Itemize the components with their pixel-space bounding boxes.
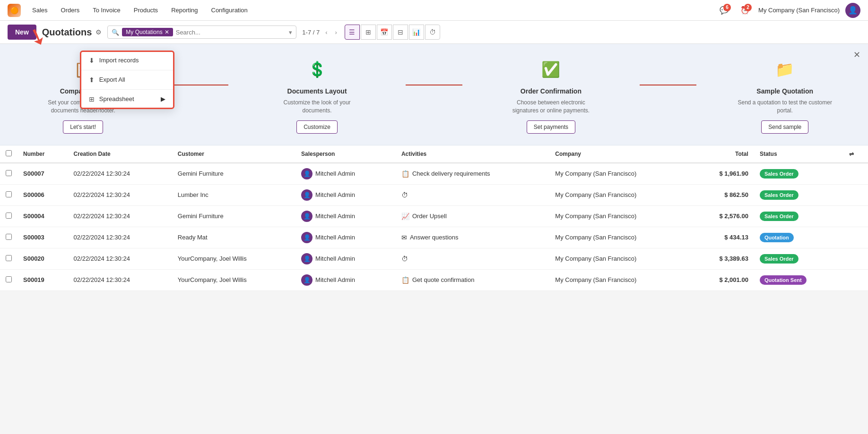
pagination-prev[interactable]: ‹ — [323, 28, 329, 37]
row-checkbox[interactable] — [6, 276, 12, 282]
close-banner-btn[interactable]: ✕ — [853, 50, 860, 60]
view-buttons: ☰ ⊞ 📅 ⊟ 📊 ⏱ — [345, 25, 440, 40]
col-status: Status — [754, 145, 843, 163]
list-view-btn[interactable]: ☰ — [345, 25, 360, 40]
clock-notification-btn[interactable]: ⏰ 2 — [738, 3, 753, 18]
row-checkbox[interactable] — [6, 234, 12, 240]
salesperson-name: Mitchell Admin — [315, 213, 355, 220]
row-checkbox-cell — [0, 184, 17, 205]
clock-badge: 2 — [744, 4, 752, 11]
nav-sales[interactable]: Sales — [26, 4, 53, 17]
user-avatar[interactable]: 👤 — [845, 3, 860, 18]
quotations-table: Number Creation Date Customer Salesperso… — [0, 145, 868, 291]
row-order-number[interactable]: S00020 — [17, 248, 68, 269]
row-checkbox[interactable] — [6, 170, 12, 176]
row-date: 02/22/2024 12:30:24 — [68, 184, 172, 205]
app-logo: 🟠 — [8, 4, 21, 17]
activity-icon[interactable]: 📋 — [401, 276, 409, 284]
spreadsheet-icon: ⊞ — [89, 95, 95, 103]
sample-quotation-desc: Send a quotation to test the customer po… — [738, 99, 832, 115]
row-order-number[interactable]: S00004 — [17, 205, 68, 227]
row-order-number[interactable]: S00006 — [17, 184, 68, 205]
row-salesperson: 👤 Mitchell Admin — [295, 205, 396, 227]
calendar-view-btn[interactable]: 📅 — [377, 25, 392, 40]
filter-tag: My Quotations ✕ — [122, 28, 173, 36]
new-button[interactable]: New — [8, 25, 36, 40]
table-view-btn[interactable]: ⊟ — [393, 25, 408, 40]
col-adjust: ⇌ — [843, 145, 868, 163]
activity-view-btn[interactable]: ⏱ — [425, 25, 440, 40]
col-company: Company — [549, 145, 692, 163]
row-total: $ 1,961.90 — [692, 163, 754, 185]
row-customer[interactable]: Ready Mat — [172, 227, 295, 248]
table-row: S00003 02/22/2024 12:30:24 Ready Mat 👤 M… — [0, 227, 868, 248]
submenu-arrow-icon: ▶ — [161, 95, 165, 102]
row-extra — [843, 248, 868, 269]
salesperson-name: Mitchell Admin — [315, 170, 355, 177]
chat-notification-btn[interactable]: 💬 6 — [717, 3, 732, 18]
row-extra — [843, 269, 868, 290]
activity-label: Answer questions — [410, 234, 459, 241]
nav-orders[interactable]: Orders — [55, 4, 86, 17]
activity-icon[interactable]: 📋 — [401, 170, 409, 178]
search-input[interactable] — [176, 29, 286, 36]
row-order-number[interactable]: S00007 — [17, 163, 68, 185]
row-checkbox[interactable] — [6, 213, 12, 219]
status-badge: Sales Order — [760, 212, 799, 221]
row-date: 02/22/2024 12:30:24 — [68, 248, 172, 269]
row-customer[interactable]: Lumber Inc — [172, 184, 295, 205]
row-extra — [843, 227, 868, 248]
row-activity: 📋 Check delivery requirements — [396, 163, 549, 185]
status-badge: Sales Order — [760, 254, 799, 264]
documents-layout-title: Documents Layout — [287, 87, 347, 95]
salesperson-avatar: 👤 — [301, 274, 312, 286]
row-checkbox-cell — [0, 248, 17, 269]
chart-view-btn[interactable]: 📊 — [409, 25, 424, 40]
customize-btn[interactable]: Customize — [296, 120, 338, 134]
row-company: My Company (San Francisco) — [549, 227, 692, 248]
row-order-number[interactable]: S00019 — [17, 269, 68, 290]
sample-quotation-title: Sample Quotation — [756, 87, 813, 95]
nav-reporting[interactable]: Reporting — [165, 4, 203, 17]
col-creation-date: Creation Date — [68, 145, 172, 163]
chat-badge: 6 — [723, 4, 731, 11]
activity-icon[interactable]: 📈 — [401, 213, 409, 220]
row-customer[interactable]: YourCompany, Joel Willis — [172, 248, 295, 269]
spreadsheet-item[interactable]: ⊞ Spreadsheet ▶ — [81, 91, 173, 108]
row-company: My Company (San Francisco) — [549, 269, 692, 290]
export-all-item[interactable]: ⬆ Export All — [81, 71, 173, 88]
row-customer[interactable]: Gemini Furniture — [172, 205, 295, 227]
filter-tag-label: My Quotations — [126, 29, 162, 35]
row-checkbox-cell — [0, 227, 17, 248]
salesperson-avatar: 👤 — [301, 211, 312, 222]
activity-icon[interactable]: ✉ — [401, 234, 407, 241]
status-badge: Quotation — [760, 233, 794, 242]
nav-products[interactable]: Products — [128, 4, 164, 17]
row-order-number[interactable]: S00003 — [17, 227, 68, 248]
activity-icon[interactable]: ⏱ — [401, 255, 408, 263]
row-checkbox[interactable] — [6, 255, 12, 261]
activity-icon[interactable]: ⏱ — [401, 191, 408, 199]
row-total: $ 2,576.00 — [692, 205, 754, 227]
lets-start-btn[interactable]: Let's start! — [63, 120, 103, 134]
step-divider-2 — [406, 85, 462, 85]
kanban-view-btn[interactable]: ⊞ — [361, 25, 376, 40]
send-sample-btn[interactable]: Send sample — [761, 120, 808, 134]
import-records-item[interactable]: ⬇ Import records — [81, 52, 173, 69]
nav-configuration[interactable]: Configuration — [206, 4, 253, 17]
col-salesperson: Salesperson — [295, 145, 396, 163]
search-dropdown-arrow[interactable]: ▾ — [289, 29, 292, 36]
row-customer[interactable]: Gemini Furniture — [172, 163, 295, 185]
pagination-next[interactable]: › — [333, 28, 339, 37]
select-all-checkbox[interactable] — [6, 150, 12, 156]
set-payments-btn[interactable]: Set payments — [527, 120, 575, 134]
row-checkbox[interactable] — [6, 191, 12, 197]
gear-icon[interactable]: ⚙ — [95, 28, 102, 36]
pagination: 1-7 / 7 ‹ › — [302, 28, 339, 37]
import-records-label: Import records — [99, 57, 139, 64]
filter-tag-close[interactable]: ✕ — [165, 29, 169, 35]
nav-to-invoice[interactable]: To Invoice — [87, 4, 126, 17]
row-customer[interactable]: YourCompany, Joel Willis — [172, 269, 295, 290]
row-activity: 📈 Order Upsell — [396, 205, 549, 227]
table-header: Number Creation Date Customer Salesperso… — [0, 145, 868, 163]
